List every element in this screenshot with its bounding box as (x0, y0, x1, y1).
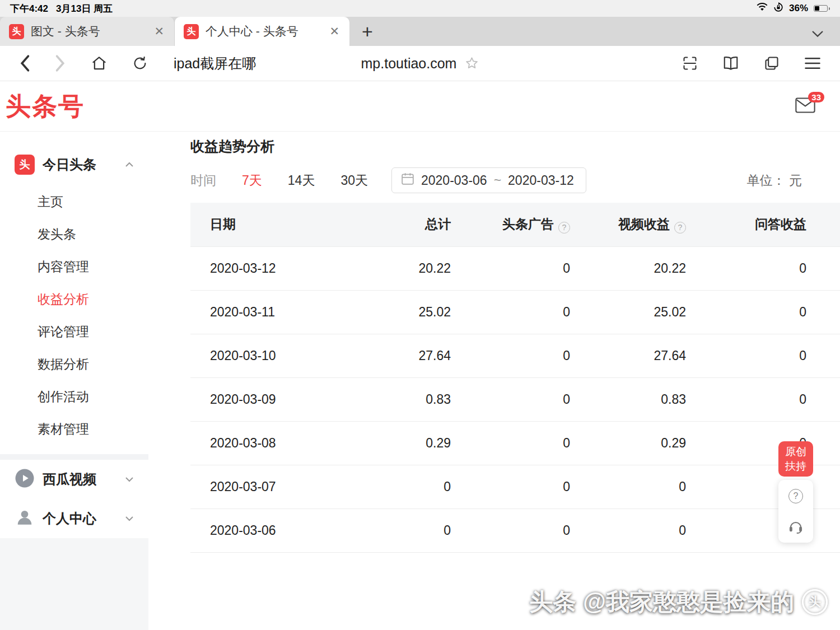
help-icon[interactable]: ? (674, 222, 686, 234)
tabs-icon (764, 55, 780, 71)
sidebar-item-comment-manage[interactable]: 评论管理 (0, 315, 148, 348)
site-header: 头条号 33 (0, 81, 840, 132)
battery-percent: 36% (789, 3, 808, 14)
back-button[interactable] (19, 54, 30, 72)
tab-close-button[interactable]: ✕ (328, 25, 340, 38)
tab-list-chevron-button[interactable] (811, 30, 824, 39)
sidebar-section-label: 西瓜视频 (43, 470, 96, 488)
sidebar-menu: 主页 发头条 内容管理 收益分析 评论管理 数据分析 创作活动 素材管理 (0, 179, 148, 454)
sidebar-filler (0, 538, 148, 630)
browser-tab-active[interactable]: 头 个人中心 - 头条号 ✕ (175, 17, 349, 46)
range-7d-button[interactable]: 7天 (242, 172, 262, 189)
tab-title: 个人中心 - 头条号 (206, 24, 321, 39)
date-cell: 2020-03-07 (190, 465, 319, 508)
home-button[interactable] (91, 55, 108, 72)
value-cell: 0 (451, 465, 570, 508)
chevron-right-icon (55, 54, 66, 72)
url-text[interactable]: mp.toutiao.com (361, 55, 457, 72)
sidebar-section-label: 今日头条 (43, 156, 96, 174)
new-tab-button[interactable]: + (349, 17, 385, 46)
sidebar-section-toutiao[interactable]: 头 今日头条 (0, 151, 148, 179)
reload-icon (132, 55, 148, 71)
search-query-text[interactable]: ipad截屏在哪 (174, 54, 256, 73)
sidebar-section-label: 个人中心 (43, 510, 96, 528)
table-row: 2020-03-1027.64027.640 (190, 334, 840, 377)
sidebar-item-creation-activity[interactable]: 创作活动 (0, 380, 148, 413)
rotation-lock-icon (773, 2, 783, 15)
value-cell: 0 (570, 465, 686, 508)
help-icon[interactable]: ? (558, 222, 570, 234)
scan-button[interactable] (682, 55, 698, 71)
col-ad-label: 头条广告 (502, 217, 554, 231)
table-row: 2020-03-090.8300.830 (190, 377, 840, 421)
value-cell: 0.29 (319, 421, 451, 465)
value-cell: 0 (686, 465, 840, 508)
sidebar-divider (0, 454, 148, 460)
col-video: 视频收益? (570, 203, 686, 246)
page-title: 收益趋势分析 (190, 137, 840, 156)
watermark-logo-icon: 头 (802, 589, 828, 615)
value-cell: 0 (686, 290, 840, 334)
browser-tab[interactable]: 头 图文 - 头条号 ✕ (0, 17, 175, 46)
mail-button[interactable]: 33 (795, 97, 815, 115)
battery-icon (814, 5, 828, 12)
reading-list-button[interactable] (722, 55, 739, 71)
table-header-row: 日期 总计 头条广告? 视频收益? 问答收益 (190, 203, 840, 246)
date-cell: 2020-03-11 (190, 290, 319, 334)
date-end: 2020-03-12 (508, 173, 574, 188)
value-cell: 0 (319, 508, 451, 552)
sidebar-section-profile[interactable]: 个人中心 (0, 499, 148, 538)
badge-line1: 原创 (785, 446, 806, 458)
forward-button[interactable] (55, 54, 66, 72)
sidebar-section-xigua[interactable]: 西瓜视频 (0, 460, 148, 499)
original-support-badge[interactable]: 原创 扶持 (778, 441, 813, 477)
xigua-video-icon (15, 468, 35, 491)
date-text: 3月13日 周五 (56, 2, 113, 15)
table-row: 2020-03-070000 (190, 465, 840, 508)
value-cell: 27.64 (570, 334, 686, 377)
mail-badge: 33 (808, 92, 824, 102)
col-qa: 问答收益 (686, 203, 840, 246)
screen: 下午4:42 3月13日 周五 36% (0, 0, 840, 630)
value-cell: 0 (686, 377, 840, 421)
col-date: 日期 (190, 203, 319, 246)
time-filter-label: 时间 (190, 172, 216, 189)
value-cell: 0 (451, 246, 570, 290)
date-range-picker[interactable]: 2020-03-06 ~ 2020-03-12 (391, 167, 586, 193)
bookmark-star-button[interactable] (464, 56, 479, 71)
help-button[interactable]: ? (788, 489, 803, 503)
sidebar-item-revenue-analysis[interactable]: 收益分析 (0, 283, 148, 315)
chevron-left-icon (19, 54, 30, 72)
sidebar-item-homepage[interactable]: 主页 (0, 185, 148, 218)
range-30d-button[interactable]: 30天 (340, 172, 368, 189)
unit-label: 单位： 元 (747, 172, 802, 189)
sidebar-item-data-analysis[interactable]: 数据分析 (0, 348, 148, 380)
value-cell: 0 (451, 421, 570, 465)
tab-close-button[interactable]: ✕ (153, 25, 165, 38)
menu-button[interactable] (804, 57, 821, 70)
revenue-table-body: 2020-03-1220.22020.2202020-03-1125.02025… (190, 246, 840, 552)
watermark-text: 头条 @我家憨憨是捡来的 (529, 586, 794, 618)
sidebar-item-material-manage[interactable]: 素材管理 (0, 413, 148, 445)
chevron-down-icon (125, 516, 134, 521)
value-cell: 0 (319, 465, 451, 508)
date-cell: 2020-03-10 (190, 334, 319, 377)
date-cell: 2020-03-08 (190, 421, 319, 465)
browser-nav-bar: ipad截屏在哪 mp.toutiao.com (0, 46, 840, 81)
customer-service-button[interactable] (788, 519, 804, 534)
sidebar: 头 今日头条 主页 发头条 内容管理 收益分析 评论管理 数据分析 创作活动 素… (0, 132, 148, 630)
floating-widget: 原创 扶持 ? (778, 441, 813, 543)
reload-button[interactable] (132, 55, 148, 71)
value-cell: 0 (451, 508, 570, 552)
toutiao-logo[interactable]: 头条号 (6, 90, 85, 123)
sidebar-item-content-manage[interactable]: 内容管理 (0, 250, 148, 283)
sidebar-item-publish[interactable]: 发头条 (0, 218, 148, 250)
toutiao-favicon: 头 (9, 24, 24, 39)
range-14d-button[interactable]: 14天 (288, 172, 315, 189)
battery-nub (829, 7, 830, 10)
floating-card: ? (778, 480, 813, 543)
col-video-label: 视频收益 (618, 217, 670, 231)
value-cell: 25.02 (319, 290, 451, 334)
value-cell: 0 (686, 334, 840, 377)
tab-switcher-button[interactable] (764, 55, 780, 71)
